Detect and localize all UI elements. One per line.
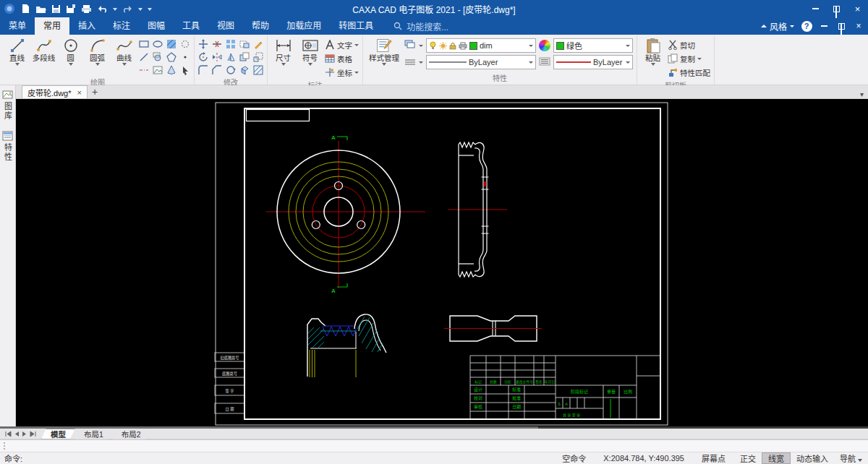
layer-caret-icon[interactable]: [419, 45, 423, 47]
prev-layout-icon[interactable]: [14, 431, 20, 437]
toggle-lineweight[interactable]: 线宽: [762, 452, 791, 464]
restore-button[interactable]: [826, 1, 847, 17]
menu-tab-insert[interactable]: 插入: [69, 17, 104, 35]
document-tab-close-icon[interactable]: ×: [77, 88, 82, 97]
drawing-canvas[interactable]: A A: [16, 99, 868, 426]
fillet-tool[interactable]: [197, 64, 210, 76]
image-tool[interactable]: [151, 64, 164, 76]
side-panel-library[interactable]: 图库: [2, 90, 14, 121]
linetype-caret-icon[interactable]: [419, 61, 423, 64]
style-dropdown[interactable]: 风格: [758, 20, 797, 33]
match-properties-button[interactable]: 特性匹配: [666, 66, 712, 79]
toggle-ortho[interactable]: 正交: [734, 452, 762, 464]
table-tool[interactable]: 表格: [323, 52, 360, 65]
undo-button[interactable]: [97, 4, 108, 13]
circle-button[interactable]: 圆: [57, 35, 84, 66]
first-layout-icon[interactable]: [4, 431, 12, 437]
command-window[interactable]: [0, 439, 868, 452]
help-button[interactable]: ?: [799, 19, 814, 33]
array-tool[interactable]: [224, 38, 237, 50]
text-tool[interactable]: 文字: [323, 38, 360, 51]
status-point-mode[interactable]: 屏幕点: [693, 452, 734, 464]
doc-minimize-button[interactable]: [816, 19, 832, 33]
save-all-button[interactable]: [66, 4, 76, 14]
axis-line-tool[interactable]: [137, 64, 150, 76]
redo-dropdown-icon[interactable]: [138, 8, 142, 11]
formula-curve-tool[interactable]: [179, 38, 192, 50]
color-select[interactable]: 绿色: [553, 38, 633, 53]
function-search[interactable]: 功能搜索...: [393, 20, 448, 33]
command-window-grip[interactable]: [0, 442, 9, 450]
layout-tab-layout2[interactable]: 布局2: [113, 429, 150, 439]
document-tab-active[interactable]: 皮带轮.dwg* ×: [22, 85, 88, 98]
explode-tool[interactable]: [238, 64, 251, 76]
mirror-axis-tool[interactable]: [210, 51, 224, 63]
side-panel-properties[interactable]: 特性: [2, 131, 14, 162]
new-document-tab-button[interactable]: +: [88, 85, 102, 98]
command-prompt[interactable]: 命令:: [0, 452, 22, 464]
sketch-tool[interactable]: [137, 51, 150, 63]
line-button[interactable]: 直线: [4, 35, 30, 66]
qat-customize-icon[interactable]: [148, 8, 152, 11]
dimension-button[interactable]: 尺寸: [270, 35, 297, 66]
point-tool[interactable]: [179, 51, 192, 63]
arc-button[interactable]: 圆弧: [84, 35, 111, 66]
move-tool[interactable]: [197, 38, 210, 50]
doc-restore-button[interactable]: [833, 19, 849, 33]
style-manager-button[interactable]: 样式管理: [365, 35, 403, 66]
menu-tab-tools[interactable]: 工具: [174, 17, 208, 35]
undo-dropdown-icon[interactable]: [113, 8, 117, 11]
lineweight-button[interactable]: [539, 56, 550, 69]
stretch-tool[interactable]: [238, 38, 251, 50]
doc-close-button[interactable]: ×: [851, 19, 867, 33]
polygon-tool[interactable]: [165, 51, 178, 63]
cone-tool[interactable]: [165, 64, 178, 76]
edit-tool[interactable]: [252, 38, 265, 50]
linetype-button[interactable]: [404, 56, 416, 69]
polyline-button[interactable]: 多段线: [30, 35, 57, 62]
menu-tab-addons[interactable]: 加载应用: [278, 17, 330, 35]
paste-button[interactable]: 粘贴: [639, 35, 666, 66]
next-layout-icon[interactable]: [22, 431, 27, 437]
symbol-button[interactable]: 符号: [297, 35, 323, 66]
ellipse-tool[interactable]: [151, 38, 164, 50]
linetype-select[interactable]: ByLayer: [426, 55, 536, 69]
app-logo-icon[interactable]: [4, 3, 15, 14]
break-tool[interactable]: [210, 38, 224, 50]
rotate-tool[interactable]: [197, 51, 210, 63]
hatch-tool[interactable]: [165, 38, 178, 50]
curve-button[interactable]: 曲线: [111, 35, 137, 66]
chamfer-tool[interactable]: [210, 64, 224, 76]
mirror-tool[interactable]: [224, 51, 237, 63]
cut-button[interactable]: 剪切: [666, 38, 712, 51]
coordinate-tool[interactable]: 坐标: [323, 66, 360, 79]
save-button[interactable]: [51, 4, 61, 14]
toggle-navigation[interactable]: 导航: [834, 452, 868, 464]
copy-button[interactable]: 复制: [666, 52, 712, 65]
circular-rotate-tool[interactable]: [224, 64, 237, 76]
menu-tab-sheet[interactable]: 图幅: [139, 17, 174, 35]
menu-tab-home[interactable]: 常用: [35, 17, 69, 35]
menu-tab-convert[interactable]: 转图工具: [330, 17, 382, 35]
last-layout-icon[interactable]: [30, 431, 37, 437]
overlay-tool[interactable]: [238, 51, 251, 63]
hatch-edit-tool[interactable]: [252, 64, 265, 76]
new-file-button[interactable]: [20, 4, 30, 14]
lineweight-select[interactable]: ByLayer: [553, 55, 633, 69]
menu-tab-help[interactable]: 帮助: [243, 17, 278, 35]
layout-tab-layout1[interactable]: 布局1: [75, 429, 113, 439]
menu-tab-annotate[interactable]: 标注: [104, 17, 139, 35]
menu-tab-menu[interactable]: 菜单: [0, 17, 35, 35]
open-file-button[interactable]: [35, 4, 46, 14]
region-tool[interactable]: [151, 51, 164, 63]
scale-tool[interactable]: [252, 51, 265, 63]
layout-tab-model[interactable]: 模型: [41, 429, 75, 439]
layer-select[interactable]: dim: [426, 38, 536, 53]
minimize-button[interactable]: [805, 1, 826, 17]
toggle-dynamic-input[interactable]: 动态输入: [791, 452, 834, 464]
redo-button[interactable]: [122, 4, 133, 13]
print-button[interactable]: [81, 4, 92, 14]
rectangle-tool[interactable]: [137, 38, 150, 50]
layer-button[interactable]: [404, 39, 416, 52]
menu-tab-view[interactable]: 视图: [208, 17, 243, 35]
